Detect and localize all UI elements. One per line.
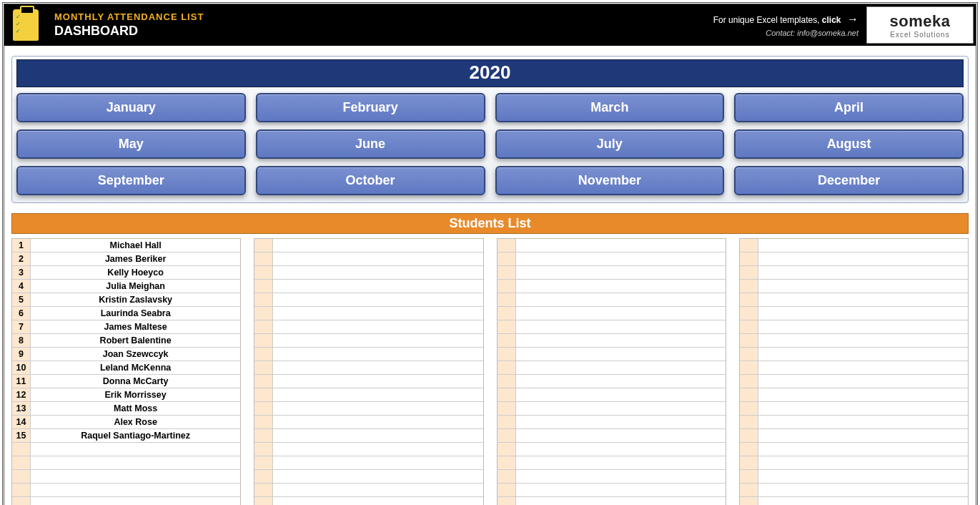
list-row[interactable] [740, 320, 968, 334]
list-row[interactable]: 8Robert Balentine [12, 334, 240, 348]
list-row[interactable] [254, 484, 482, 497]
list-row[interactable] [254, 443, 482, 456]
list-row[interactable] [498, 307, 726, 320]
month-button-october[interactable]: October [256, 166, 485, 195]
list-row[interactable] [254, 293, 482, 307]
list-row[interactable] [740, 497, 968, 505]
list-row[interactable] [498, 402, 726, 416]
list-row[interactable] [498, 497, 726, 505]
list-row[interactable] [740, 402, 968, 416]
list-row[interactable] [740, 388, 968, 402]
list-row[interactable] [498, 266, 726, 280]
list-row[interactable] [498, 334, 726, 348]
list-row[interactable] [254, 280, 482, 293]
row-number [740, 334, 758, 347]
contact-email[interactable]: info@someka.net [797, 29, 858, 37]
list-row[interactable] [254, 334, 482, 348]
list-row[interactable] [740, 307, 968, 320]
list-row[interactable]: 14Alex Rose [12, 416, 240, 429]
list-row[interactable] [254, 266, 482, 280]
list-row[interactable] [254, 429, 482, 443]
list-row[interactable] [254, 402, 482, 416]
list-row[interactable] [498, 252, 726, 266]
list-row[interactable]: 2James Beriker [12, 252, 240, 266]
month-button-december[interactable]: December [734, 166, 964, 195]
list-row[interactable] [740, 429, 968, 443]
list-row[interactable] [254, 388, 482, 402]
list-row[interactable]: 6Laurinda Seabra [12, 307, 240, 320]
list-row[interactable]: 11Donna McCarty [12, 375, 240, 388]
list-row[interactable] [740, 375, 968, 388]
list-row[interactable] [498, 388, 726, 402]
list-row[interactable] [740, 484, 968, 497]
list-row[interactable]: 10Leland McKenna [12, 361, 240, 375]
list-row[interactable] [12, 456, 240, 470]
brand-box[interactable]: someka Excel Solutions [866, 6, 974, 44]
list-row[interactable] [740, 416, 968, 429]
row-number [498, 470, 516, 483]
student-name [516, 416, 726, 428]
list-row[interactable] [740, 252, 968, 266]
list-row[interactable] [12, 497, 240, 505]
list-row[interactable] [740, 293, 968, 307]
list-row[interactable] [254, 375, 482, 388]
list-row[interactable] [498, 348, 726, 361]
list-row[interactable] [254, 497, 482, 505]
list-row[interactable] [254, 361, 482, 375]
list-row[interactable] [740, 456, 968, 470]
list-row[interactable] [740, 280, 968, 293]
list-row[interactable] [498, 239, 726, 252]
list-row[interactable] [254, 456, 482, 470]
month-button-august[interactable]: August [734, 129, 964, 159]
student-name [273, 416, 482, 428]
list-row[interactable] [254, 252, 482, 266]
list-row[interactable] [740, 443, 968, 456]
list-row[interactable]: 1Michael Hall [12, 239, 240, 252]
list-row[interactable] [254, 416, 482, 429]
list-row[interactable] [740, 470, 968, 484]
list-row[interactable]: 13Matt Moss [12, 402, 240, 416]
month-button-february[interactable]: February [256, 93, 485, 122]
month-button-january[interactable]: January [16, 93, 246, 122]
list-row[interactable]: 3Kelly Hoeyco [12, 266, 240, 280]
list-row[interactable]: 7James Maltese [12, 320, 240, 334]
list-row[interactable] [254, 307, 482, 320]
list-row[interactable] [498, 484, 726, 497]
list-row[interactable] [498, 320, 726, 334]
promo-link[interactable]: For unique Excel templates, click → [713, 13, 858, 26]
month-button-november[interactable]: November [495, 166, 725, 195]
list-row[interactable]: 5Kristin Zaslavsky [12, 293, 240, 307]
month-button-march[interactable]: March [495, 93, 725, 122]
list-row[interactable] [498, 375, 726, 388]
list-row[interactable] [12, 470, 240, 484]
list-row[interactable] [498, 429, 726, 443]
month-button-september[interactable]: September [16, 166, 246, 195]
month-button-july[interactable]: July [495, 129, 725, 159]
month-button-april[interactable]: April [734, 93, 964, 122]
month-button-june[interactable]: June [256, 129, 485, 159]
list-row[interactable] [498, 361, 726, 375]
list-row[interactable] [740, 239, 968, 252]
list-row[interactable] [498, 443, 726, 456]
list-row[interactable] [498, 470, 726, 484]
list-row[interactable] [498, 280, 726, 293]
list-row[interactable] [740, 334, 968, 348]
list-row[interactable] [498, 456, 726, 470]
list-row[interactable] [740, 266, 968, 280]
list-row[interactable]: 12Erik Morrissey [12, 388, 240, 402]
list-row[interactable] [12, 443, 240, 456]
list-row[interactable] [254, 470, 482, 484]
month-button-may[interactable]: May [16, 129, 246, 159]
list-row[interactable] [254, 320, 482, 334]
list-row[interactable] [254, 239, 482, 252]
list-row[interactable] [498, 293, 726, 307]
list-row[interactable]: 15Raquel Santiago-Martinez [12, 429, 240, 443]
list-row[interactable]: 4Julia Meighan [12, 280, 240, 293]
list-row[interactable] [498, 416, 726, 429]
list-row[interactable] [12, 484, 240, 497]
list-row[interactable] [254, 348, 482, 361]
student-name [273, 361, 482, 374]
list-row[interactable] [740, 348, 968, 361]
list-row[interactable]: 9Joan Szewccyk [12, 348, 240, 361]
list-row[interactable] [740, 361, 968, 375]
